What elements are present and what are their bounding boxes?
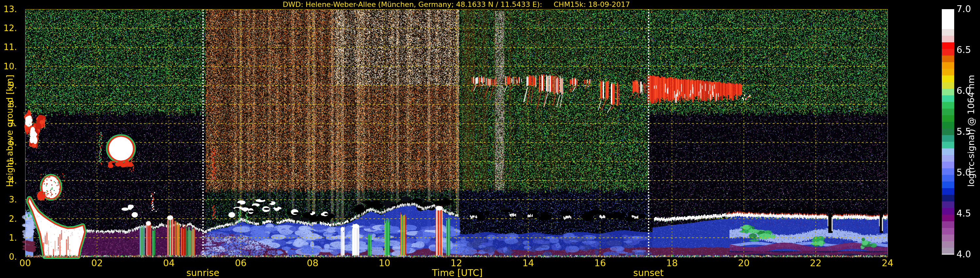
x-tick-label: 06 <box>235 258 247 268</box>
y-tick-label: 7. <box>0 118 17 128</box>
ceilometer-quicklook: DWD: Helene-Weber-Allee (München, German… <box>0 0 980 278</box>
colorbar-tick-label: 7.0 <box>956 5 971 14</box>
colorbar-tick-label: 6.5 <box>956 45 971 54</box>
x-tick-label: 04 <box>163 258 175 268</box>
x-tick-label: 24 <box>882 258 893 268</box>
x-tick-label: 16 <box>594 258 606 268</box>
x-tick-label: 22 <box>810 258 822 268</box>
x-tick-label: 14 <box>522 258 534 268</box>
y-tick-label: 1. <box>0 233 17 243</box>
y-tick-label: 3. <box>0 195 17 205</box>
sunrise-label: sunrise <box>186 268 219 278</box>
x-tick-label: 12 <box>450 258 462 268</box>
x-axis-tick-labels: 00020406081012141618202224 <box>0 258 980 269</box>
y-tick-label: 13. <box>0 4 17 14</box>
y-tick-label: 12. <box>0 23 17 33</box>
x-tick-label: 02 <box>91 258 103 268</box>
colorbar-title: log(rc-signal) @ 1064 nm <box>966 75 976 187</box>
y-tick-label: 5. <box>0 157 17 166</box>
x-tick-label: 18 <box>666 258 678 268</box>
x-tick-label: 00 <box>19 258 31 268</box>
x-tick-label: 20 <box>738 258 750 268</box>
x-tick-label: 08 <box>307 258 318 268</box>
y-tick-label: 10. <box>0 61 17 71</box>
y-tick-label: 8. <box>0 99 17 109</box>
y-tick-label: 9. <box>0 80 17 90</box>
y-axis-tick-labels: 13.12.11.10.9.8.7.6.5.4.3.2.1.0. <box>0 0 17 278</box>
colorbar-tick-label: 4.0 <box>956 250 971 259</box>
colorbar-tick-label: 4.5 <box>956 209 971 218</box>
plot-title: DWD: Helene-Weber-Allee (München, German… <box>283 0 630 8</box>
sunset-label: sunset <box>633 268 664 278</box>
y-tick-label: 11. <box>0 42 17 52</box>
heatmap-canvas <box>0 0 980 278</box>
y-tick-label: 6. <box>0 138 17 147</box>
x-tick-label: 10 <box>379 258 390 268</box>
x-axis-title: Time [UTC] <box>432 268 483 278</box>
y-tick-label: 2. <box>0 214 17 224</box>
y-tick-label: 4. <box>0 176 17 185</box>
